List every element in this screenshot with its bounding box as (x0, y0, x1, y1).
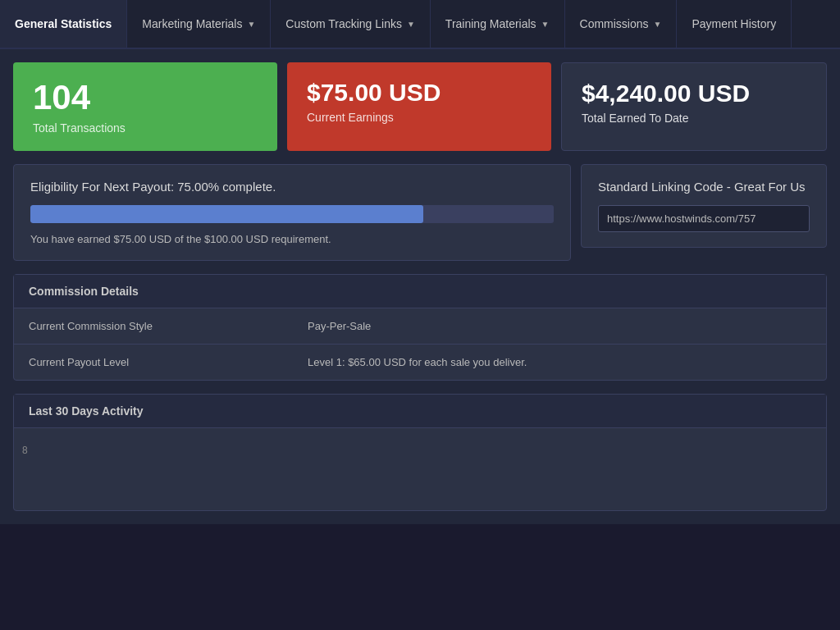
nav-item-label-general-statistics: General Statistics (15, 17, 112, 30)
nav-item-payment-history[interactable]: Payment History (677, 0, 792, 48)
commission-row: Current Payout LevelLevel 1: $65.00 USD … (14, 345, 826, 381)
total-earned-value: $4,240.00 USD (582, 80, 806, 107)
current-earnings-label: Current Earnings (307, 111, 532, 124)
commission-table: Current Commission StylePay-Per-SaleCurr… (14, 308, 826, 380)
commission-section-header: Commission Details (14, 275, 826, 308)
transactions-value: 104 (33, 79, 258, 116)
nav-arrow-training-materials: ▼ (541, 20, 550, 29)
linking-url-input[interactable] (598, 205, 810, 232)
nav-item-general-statistics[interactable]: General Statistics (0, 0, 127, 48)
commission-row: Current Commission StylePay-Per-Sale (14, 308, 826, 345)
activity-section-header: Last 30 Days Activity (14, 395, 826, 428)
transactions-card: 104 Total Transactions (13, 62, 277, 151)
current-earnings-value: $75.00 USD (307, 79, 532, 106)
nav-item-label-training-materials: Training Materials (445, 17, 536, 30)
stat-cards: 104 Total Transactions $75.00 USD Curren… (13, 62, 827, 151)
nav-item-commissions[interactable]: Commissions▼ (565, 0, 678, 48)
payout-box: Eligibility For Next Payout: 75.00% comp… (13, 164, 571, 261)
transactions-label: Total Transactions (33, 121, 258, 135)
progress-bar-background (30, 205, 554, 223)
commission-key: Current Payout Level (14, 345, 293, 381)
commission-value: Level 1: $65.00 USD for each sale you de… (293, 345, 826, 381)
main-content: 104 Total Transactions $75.00 USD Curren… (0, 49, 840, 524)
linking-column: Standard Linking Code - Great For Us (581, 164, 827, 261)
commission-details-box: Commission Details Current Commission St… (13, 274, 827, 381)
progress-bar-fill (30, 205, 423, 223)
navigation: General StatisticsMarketing Materials▼Cu… (0, 0, 840, 49)
payout-column: Eligibility For Next Payout: 75.00% comp… (13, 164, 571, 261)
linking-box: Standard Linking Code - Great For Us (581, 164, 827, 248)
commission-key: Current Commission Style (14, 308, 293, 345)
total-earned-label: Total Earned To Date (582, 112, 806, 125)
nav-item-training-materials[interactable]: Training Materials▼ (431, 0, 565, 48)
nav-item-label-payment-history: Payment History (692, 17, 776, 30)
nav-item-custom-tracking-links[interactable]: Custom Tracking Links▼ (271, 0, 431, 48)
current-earnings-card: $75.00 USD Current Earnings (287, 62, 551, 151)
activity-box: Last 30 Days Activity 8 (13, 394, 827, 511)
nav-item-label-custom-tracking-links: Custom Tracking Links (285, 17, 402, 30)
linking-title: Standard Linking Code - Great For Us (598, 180, 810, 194)
payout-description: You have earned $75.00 USD of the $100.0… (30, 233, 554, 245)
commission-value: Pay-Per-Sale (293, 308, 826, 345)
nav-arrow-commissions: ▼ (654, 20, 662, 29)
nav-arrow-custom-tracking-links: ▼ (407, 20, 415, 29)
nav-item-label-commissions: Commissions (580, 17, 649, 30)
total-earned-card: $4,240.00 USD Total Earned To Date (561, 62, 827, 151)
two-column-row: Eligibility For Next Payout: 75.00% comp… (13, 164, 827, 261)
activity-chart-area: 8 (14, 428, 826, 510)
nav-arrow-marketing-materials: ▼ (247, 20, 255, 29)
payout-title: Eligibility For Next Payout: 75.00% comp… (30, 180, 554, 194)
chart-y-label: 8 (22, 445, 28, 456)
nav-item-label-marketing-materials: Marketing Materials (142, 17, 242, 30)
nav-item-marketing-materials[interactable]: Marketing Materials▼ (127, 0, 271, 48)
